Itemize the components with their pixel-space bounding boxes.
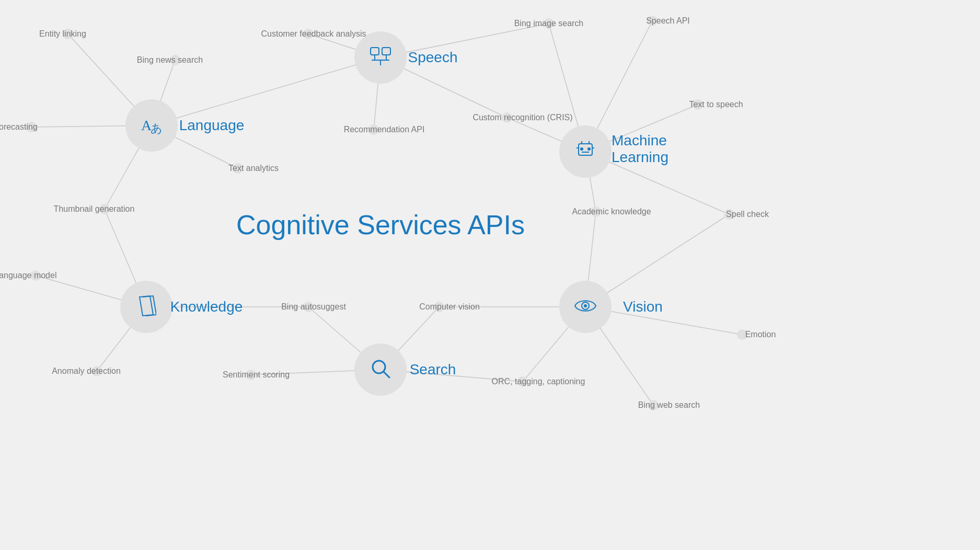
main-node-knowledge[interactable]	[120, 281, 172, 333]
svg-text:あ: あ	[151, 122, 163, 134]
search-icon	[370, 358, 391, 382]
satellite-label-text_analytics: Text analytics	[228, 163, 279, 174]
machine_learning-icon	[574, 141, 596, 163]
satellite-label-custom_recognition: Custom recognition (CRIS)	[472, 112, 572, 123]
satellite-label-thumbnail_generation: Thumbnail generation	[54, 204, 135, 215]
svg-point-49	[584, 304, 587, 307]
speech-icon	[370, 47, 391, 69]
connection-lines	[0, 0, 980, 550]
main-node-label-vision: Vision	[623, 299, 663, 315]
svg-line-47	[384, 372, 389, 377]
satellite-label-forecasting: Forecasting	[0, 122, 38, 133]
satellite-label-speech_api: Speech API	[646, 16, 690, 27]
satellite-label-spell_check: Spell check	[726, 209, 769, 220]
satellite-label-entity_linking: Entity linking	[39, 29, 86, 40]
main-node-speech[interactable]	[354, 31, 407, 84]
center-title: Cognitive Services APIs	[236, 209, 525, 240]
svg-point-40	[587, 147, 591, 151]
main-node-search[interactable]	[354, 343, 407, 396]
main-node-label-language: Language	[179, 117, 245, 134]
svg-line-0	[152, 58, 381, 125]
satellite-label-bing_image_search: Bing image search	[514, 18, 584, 29]
main-node-language[interactable]: A あ	[125, 99, 178, 152]
satellite-label-bing_web_search: Bing web search	[638, 400, 700, 411]
svg-point-39	[580, 147, 583, 151]
satellite-label-anomaly_detection: Anomaly detection	[52, 366, 121, 377]
svg-rect-31	[382, 48, 390, 55]
main-node-machine_learning[interactable]	[559, 125, 612, 178]
satellite-label-ocr_tagging: ORC, tagging, captioning	[492, 376, 585, 387]
satellite-label-recommendation_api: Recommendation API	[344, 124, 425, 135]
main-node-label-machine_learning: Machine Learning	[612, 132, 695, 166]
satellite-label-customer_feedback: Customer feedback analysis	[261, 29, 366, 40]
language-icon: A あ	[140, 114, 163, 137]
satellite-label-computer_vision: Computer vision	[419, 302, 480, 313]
satellite-label-sentiment_scoring: Sentiment scoring	[223, 370, 290, 381]
knowledge-icon	[136, 295, 156, 319]
satellite-label-bing_news_search: Bing news search	[137, 55, 203, 66]
satellite-label-emotion: Emotion	[745, 329, 776, 340]
satellite-label-text_to_speech: Text to speech	[689, 99, 743, 110]
satellite-label-academic_knowledge: Academic knowledge	[572, 207, 651, 217]
svg-rect-30	[371, 48, 379, 55]
main-node-label-search: Search	[410, 361, 456, 378]
main-node-vision[interactable]	[559, 281, 612, 333]
satellite-label-web_language_model: Web language model	[0, 270, 56, 281]
vision-icon	[574, 298, 597, 316]
main-node-label-speech: Speech	[408, 49, 458, 66]
satellite-label-bing_autosuggest: Bing autosuggest	[281, 302, 346, 313]
main-node-label-knowledge: Knowledge	[170, 299, 243, 315]
